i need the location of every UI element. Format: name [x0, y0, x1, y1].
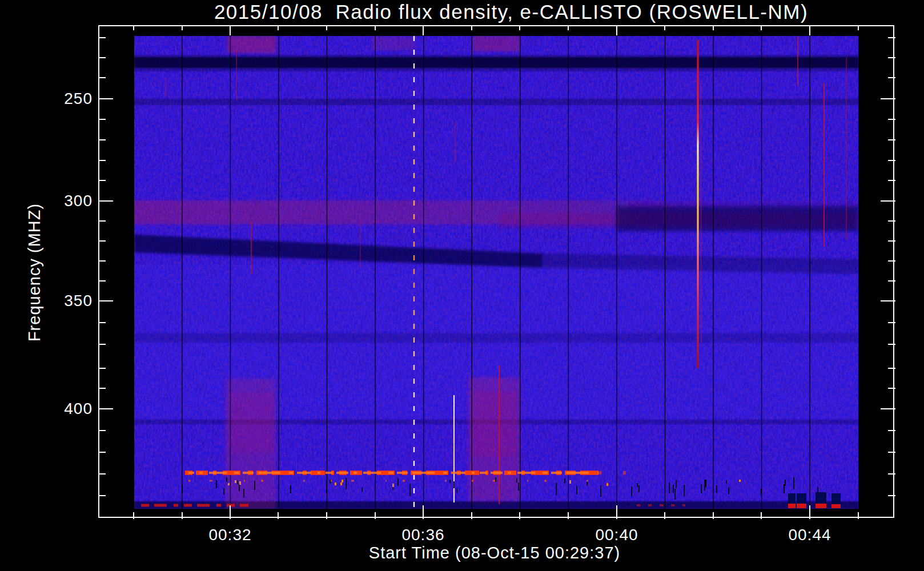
y-minor-tick [98, 473, 106, 475]
y-minor-tick-right [888, 57, 895, 58]
y-major-tick-right [881, 408, 895, 409]
y-minor-tick-right [888, 280, 895, 282]
y-minor-tick [98, 160, 106, 161]
x-major-tick-top [809, 25, 810, 35]
x-minor-tick-top [375, 25, 376, 30]
y-minor-tick [98, 180, 106, 181]
x-axis-title: Start Time (08-Oct-15 00:29:37) [369, 544, 620, 562]
x-minor-tick-top [519, 25, 520, 30]
x-tick-label: 00:40 [595, 526, 638, 544]
x-minor-tick-top [568, 25, 569, 30]
x-minor-tick-top [471, 25, 472, 30]
y-minor-tick [98, 388, 106, 389]
y-major-tick-right [881, 300, 895, 301]
x-minor-tick [761, 512, 762, 519]
x-tick-label: 00:32 [208, 526, 251, 544]
y-major-tick [98, 300, 113, 301]
y-minor-tick-right [888, 452, 895, 453]
x-minor-tick [713, 512, 714, 519]
y-minor-tick [98, 344, 106, 345]
y-minor-tick-right [888, 388, 895, 389]
y-axis-title: Frequency (MHZ) [25, 203, 44, 341]
x-major-tick-top [616, 25, 617, 35]
y-minor-tick [98, 119, 106, 120]
x-minor-tick-top [761, 25, 762, 30]
y-minor-tick [98, 139, 106, 140]
x-major-tick-top [230, 25, 231, 35]
y-major-tick-right [881, 200, 895, 202]
y-major-tick [98, 408, 113, 409]
x-minor-tick-top [713, 25, 714, 30]
y-minor-tick [98, 280, 106, 282]
y-tick-label: 350 [64, 292, 93, 310]
y-minor-tick-right [888, 77, 895, 78]
y-minor-tick [98, 220, 106, 222]
y-minor-tick-right [888, 220, 895, 222]
y-tick-label: 250 [64, 90, 93, 108]
x-minor-tick [568, 512, 569, 519]
y-minor-tick [98, 322, 106, 323]
x-minor-tick [519, 512, 520, 519]
y-minor-tick-right [888, 160, 895, 161]
y-minor-tick-right [888, 495, 895, 496]
x-minor-tick-top [326, 25, 327, 30]
y-minor-tick [98, 77, 106, 78]
y-minor-tick-right [888, 37, 895, 38]
y-minor-tick-right [888, 430, 895, 431]
y-minor-tick [98, 57, 106, 58]
y-minor-tick [98, 452, 106, 453]
y-tick-label: 300 [64, 192, 93, 210]
x-major-tick [230, 505, 231, 519]
x-minor-tick-top [133, 25, 134, 30]
y-minor-tick-right [888, 260, 895, 262]
x-major-tick [423, 505, 424, 519]
y-minor-tick [98, 260, 106, 262]
y-minor-tick-right [888, 473, 895, 475]
x-minor-tick [326, 512, 327, 519]
page-title: 2015/10/08 Radio flux density, e-CALLIST… [214, 1, 808, 23]
y-minor-tick-right [888, 180, 895, 181]
x-minor-tick [278, 512, 279, 519]
x-major-tick [616, 505, 617, 519]
x-minor-tick [471, 512, 472, 519]
x-tick-label: 00:44 [788, 526, 831, 544]
y-major-tick-right [881, 98, 895, 99]
y-minor-tick-right [888, 119, 895, 120]
x-tick-label: 00:36 [401, 526, 444, 544]
y-minor-tick [98, 240, 106, 242]
x-minor-tick [664, 512, 665, 519]
x-minor-tick [858, 512, 859, 519]
x-minor-tick-top [182, 25, 183, 30]
x-minor-tick [375, 512, 376, 519]
plot-frame [98, 25, 894, 518]
x-minor-tick-top [664, 25, 665, 30]
x-major-tick [809, 505, 810, 519]
y-minor-tick [98, 37, 106, 38]
x-minor-tick-top [858, 25, 859, 30]
y-minor-tick-right [888, 240, 895, 242]
x-minor-tick-top [278, 25, 279, 30]
x-minor-tick [182, 512, 183, 519]
x-minor-tick [133, 512, 134, 519]
y-minor-tick-right [888, 139, 895, 140]
y-minor-tick [98, 495, 106, 496]
y-minor-tick [98, 368, 106, 369]
x-major-tick-top [423, 25, 424, 35]
y-minor-tick-right [888, 368, 895, 369]
y-major-tick [98, 200, 113, 202]
y-minor-tick [98, 430, 106, 431]
spectrogram-page: 2015/10/08 Radio flux density, e-CALLIST… [0, 0, 924, 571]
y-major-tick [98, 98, 113, 99]
y-tick-label: 400 [64, 400, 93, 418]
y-minor-tick-right [888, 322, 895, 323]
y-minor-tick-right [888, 344, 895, 345]
